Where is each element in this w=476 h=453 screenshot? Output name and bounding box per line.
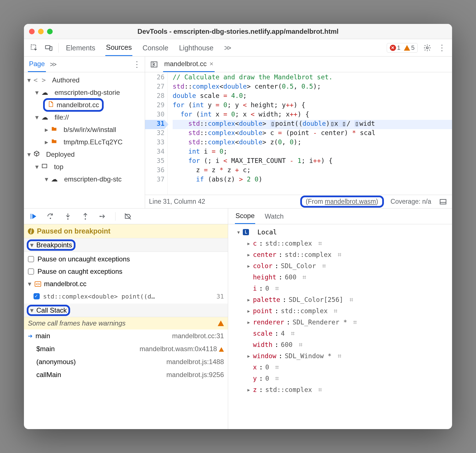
tree-folder-1[interactable]: b/s/w/ir/x/w/install (24, 124, 145, 136)
tree-folder-2[interactable]: tmp/tmp.ELcTq2YC (24, 136, 145, 148)
code-body[interactable]: 262728293031323334353637 // Calculate an… (145, 72, 452, 195)
line-number[interactable]: 33 (145, 138, 164, 148)
scope-variable[interactable]: window: SDL_Window * ⌗ (231, 350, 449, 362)
editor-tab-mandelbrot[interactable]: mandelbrot.cc × (163, 57, 215, 72)
code-line[interactable]: double scale = 4.0; (173, 92, 452, 101)
stack-frame[interactable]: ➔mainmandelbrot.cc:31 (24, 329, 228, 342)
tab-elements[interactable]: Elements (65, 40, 96, 56)
scope-variable[interactable]: renderer: SDL_Renderer * ⌗ (231, 317, 449, 328)
navigator-overflow[interactable]: >> (50, 60, 55, 68)
tree-top[interactable]: top (24, 161, 145, 173)
step-icon[interactable] (98, 211, 108, 221)
memory-icon[interactable]: ⌗ (295, 341, 302, 349)
settings-icon[interactable] (422, 43, 432, 53)
stack-frame[interactable]: $mainmandelbrot.wasm:0x4118 (24, 342, 228, 355)
tab-watch[interactable]: Watch (265, 212, 284, 220)
line-number[interactable]: 36 (145, 166, 164, 176)
tab-scope[interactable]: Scope (235, 208, 255, 224)
line-number[interactable]: 27 (145, 83, 164, 92)
code-line[interactable]: // Calculate and draw the Mandelbrot set… (173, 73, 452, 83)
scope-variable[interactable]: x: 0 ⌗ (231, 362, 449, 373)
checkbox-on-icon[interactable] (34, 293, 40, 299)
scope-variable[interactable]: point: std::complex ⌗ (231, 305, 449, 317)
step-into-icon[interactable] (63, 211, 73, 221)
tree-authored[interactable]: < > Authored (24, 74, 145, 86)
breakpoint-file-row[interactable]: <>mandelbrot.cc (24, 278, 228, 290)
code-line[interactable]: int i = 0; (173, 148, 452, 157)
memory-icon[interactable]: ⌗ (314, 386, 322, 394)
code-line[interactable]: for (; i < MAX_ITER_COUNT - 1; i++) { (173, 157, 452, 166)
line-number[interactable]: 30 (145, 111, 164, 120)
scope-variable[interactable]: center: std::complex ⌗ (231, 249, 449, 260)
tree-file-mandelbrot[interactable]: mandelbrot.cc (24, 99, 145, 111)
memory-icon[interactable]: ⌗ (318, 262, 326, 270)
navigator-menu-icon[interactable]: ⋮ (133, 60, 141, 69)
scope-variable[interactable]: c: std::complex ⌗ (231, 238, 449, 249)
navigator-tab-page[interactable]: Page (28, 57, 46, 72)
show-drawer-icon[interactable] (438, 197, 448, 207)
gutter[interactable]: 262728293031323334353637 (145, 72, 168, 195)
code-line[interactable]: std::complex<double> z(0, 0); (173, 138, 452, 148)
memory-icon[interactable]: ⌗ (272, 285, 279, 292)
step-out-icon[interactable] (80, 211, 90, 221)
tab-lighthouse[interactable]: Lighthouse (179, 40, 214, 56)
tab-console[interactable]: Console (142, 40, 169, 56)
line-number[interactable]: 35 (145, 157, 164, 166)
memory-icon[interactable]: ⌗ (350, 319, 357, 326)
close-tab-icon[interactable]: × (210, 60, 213, 68)
stack-frame[interactable]: callMainmandelbrot.js:9256 (24, 368, 228, 381)
code[interactable]: // Calculate and draw the Mandelbrot set… (168, 72, 452, 195)
tree-origin-authored[interactable]: ☁︎ emscripten-dbg-storie (24, 86, 145, 99)
scope-variable[interactable]: z: std::complex ⌗ (231, 384, 449, 395)
scope-variable[interactable]: scale: 4 ⌗ (231, 328, 449, 339)
memory-icon[interactable]: ⌗ (314, 240, 322, 247)
breakpoint-line-row[interactable]: std::complex<double> point((d…31 (24, 290, 228, 302)
tab-sources[interactable]: Sources (105, 39, 132, 56)
code-line[interactable]: for (int x = 0; x < width; x++) { (173, 111, 452, 120)
scope-variable[interactable]: i: 0 ⌗ (231, 283, 449, 294)
tree-origin-deployed[interactable]: ☁︎ emscripten-dbg-stc (24, 173, 145, 185)
scope-variable[interactable]: y: 0 ⌗ (231, 373, 449, 384)
kebab-menu-icon[interactable]: ⋮ (437, 43, 447, 53)
scope-variable[interactable]: palette: SDL_Color[256] ⌗ (231, 294, 449, 305)
scope-local-header[interactable]: L Local (231, 226, 449, 238)
issue-counters[interactable]: ✕1 5 (387, 43, 418, 53)
code-line[interactable]: z = z * z + c; (173, 166, 452, 176)
callstack-header[interactable]: Call Stack (24, 304, 228, 317)
line-number[interactable]: 31 (145, 120, 164, 129)
pause-uncaught-row[interactable]: Pause on uncaught exceptions (24, 253, 228, 265)
line-number[interactable]: 29 (145, 101, 164, 111)
device-mode-icon[interactable] (44, 43, 54, 53)
memory-icon[interactable]: ⌗ (334, 251, 341, 259)
code-line[interactable]: std::complex<double> ▯point((double)▯x ▯… (173, 120, 452, 129)
memory-icon[interactable]: ⌗ (272, 375, 279, 382)
toggle-navigator-icon[interactable] (149, 59, 159, 69)
scope-variable[interactable]: height: 600 ⌗ (231, 272, 449, 283)
tabs-overflow[interactable]: >> (224, 40, 231, 56)
checkbox-icon[interactable] (28, 268, 34, 275)
code-line[interactable]: std::complex<double> center(0.5, 0.5); (173, 83, 452, 92)
inspect-icon[interactable] (29, 43, 39, 53)
memory-icon[interactable]: ⌗ (272, 364, 279, 371)
line-number[interactable]: 32 (145, 129, 164, 138)
scope-variable[interactable]: color: SDL_Color ⌗ (231, 260, 449, 272)
memory-icon[interactable]: ⌗ (334, 352, 341, 360)
code-line[interactable]: std::complex<double> c = (point - center… (173, 129, 452, 138)
stack-frame[interactable]: (anonymous)mandelbrot.js:1488 (24, 355, 228, 368)
memory-icon[interactable]: ⌗ (330, 307, 337, 315)
code-line[interactable]: for (int y = 0; y < height; y++) { (173, 101, 452, 111)
tree-deployed[interactable]: Deployed (24, 148, 145, 161)
memory-icon[interactable]: ⌗ (346, 296, 353, 304)
checkbox-icon[interactable] (28, 256, 34, 262)
pause-caught-row[interactable]: Pause on caught exceptions (24, 265, 228, 278)
step-over-icon[interactable] (45, 211, 55, 221)
line-number[interactable]: 37 (145, 176, 164, 185)
code-line[interactable]: if (abs(z) > 2 0) (173, 176, 452, 185)
source-map-origin[interactable]: (From mandelbrot.wasm) (300, 196, 384, 208)
breakpoints-header[interactable]: Breakpoints (24, 238, 228, 252)
memory-icon[interactable]: ⌗ (287, 330, 295, 337)
scope-variable[interactable]: width: 600 ⌗ (231, 339, 449, 350)
tree-file-scheme[interactable]: ☁︎ file:// (24, 111, 145, 124)
line-number[interactable]: 28 (145, 92, 164, 101)
line-number[interactable]: 26 (145, 73, 164, 83)
